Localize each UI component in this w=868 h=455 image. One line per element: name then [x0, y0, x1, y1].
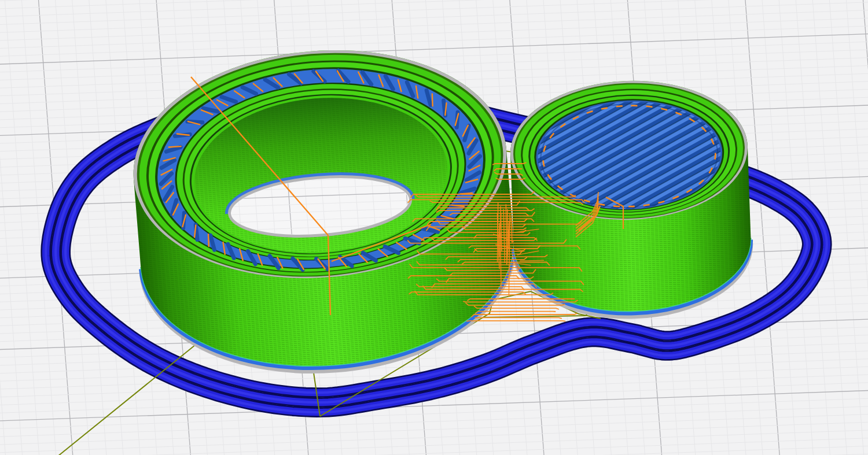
small-solid-cylinder: [508, 77, 753, 321]
slicer-3d-viewport[interactable]: [0, 0, 868, 455]
scene-canvas[interactable]: [0, 0, 868, 455]
